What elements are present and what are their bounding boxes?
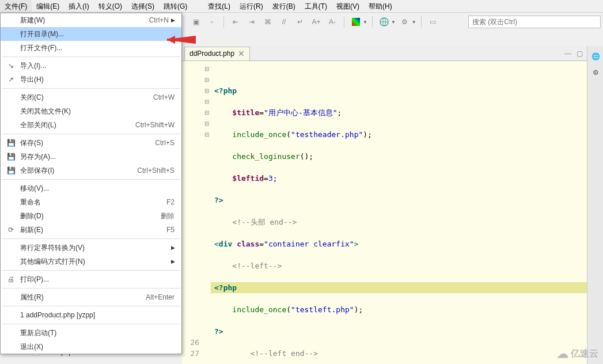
dropdown-caret-icon[interactable]: ▼ <box>391 20 396 25</box>
menu-print[interactable]: 🖨打印(P)... <box>1 272 181 286</box>
menu-close[interactable]: 关闭(C)Ctrl+W <box>1 90 181 104</box>
tool-color-icon[interactable] <box>349 15 363 29</box>
menu-run[interactable]: 运行(R) <box>235 0 268 12</box>
menu-close-others[interactable]: 关闭其他文件(K) <box>1 104 181 118</box>
search-box <box>468 16 601 28</box>
menu-open-dir[interactable]: 打开目录(M)... <box>1 27 181 41</box>
print-icon: 🖨 <box>5 275 17 284</box>
menu-open-file[interactable]: 打开文件(F)... <box>1 41 181 55</box>
close-icon[interactable]: ✕ <box>238 49 245 58</box>
maximize-icon[interactable]: ▢ <box>574 48 585 59</box>
menu-properties[interactable]: 属性(R)Alt+Enter <box>1 290 181 304</box>
tool-stop-icon[interactable]: ▫ <box>205 15 219 29</box>
svg-marker-1 <box>167 36 175 44</box>
menu-tools[interactable]: 工具(T) <box>300 0 332 12</box>
globe-icon[interactable]: 🌐 <box>587 48 603 65</box>
menu-publish[interactable]: 发行(B) <box>268 0 300 12</box>
saveas-icon: 💾 <box>5 152 17 161</box>
menu-edit[interactable]: 编辑(E) <box>32 0 64 12</box>
tool-font-inc-icon[interactable]: A+ <box>309 15 323 29</box>
menu-separator <box>2 56 180 57</box>
line-gutter: 2627 <box>182 61 203 364</box>
menu-separator <box>2 288 180 289</box>
tab-label: ddProduct.php <box>189 50 234 58</box>
menu-separator <box>2 88 180 89</box>
menu-find[interactable]: 查找(L) <box>203 0 235 12</box>
menu-save-as[interactable]: 💾另存为(A)... <box>1 150 181 164</box>
menu-separator <box>2 306 180 306</box>
import-icon: ↘ <box>5 61 17 70</box>
tool-comment-icon[interactable]: // <box>277 15 291 29</box>
tool-globe-icon[interactable] <box>377 15 391 29</box>
menu-export[interactable]: ↗导出(H) <box>1 73 181 86</box>
annotation-arrow-icon <box>167 34 196 46</box>
menu-refresh[interactable]: ⟳刷新(E)F5 <box>1 223 181 237</box>
menu-help[interactable]: 帮助(H) <box>364 0 397 12</box>
tool-gear-icon[interactable]: ⚙ <box>398 15 412 29</box>
editor-area: ddProduct.php ✕ — ▢ 2627 ⊟⊟⊟⊟⊟⊟⊟ <?php $… <box>182 46 587 364</box>
menu-file[interactable]: 文件(F) <box>0 0 32 12</box>
export-icon: ↗ <box>5 75 17 84</box>
menu-escape[interactable]: 转义(O) <box>94 0 127 12</box>
separator <box>372 16 373 28</box>
tool-terminal-icon[interactable]: ▣ <box>189 15 203 29</box>
saveall-icon: 💾 <box>5 166 17 175</box>
tool-indent-icon[interactable]: ⇥ <box>245 15 259 29</box>
tool-outdent-icon[interactable]: ⇤ <box>229 15 242 29</box>
menu-move[interactable]: 移动(V)... <box>1 181 181 195</box>
menu-encoding[interactable]: 其他编码方式打开(N)▶ <box>1 255 181 268</box>
menu-exit[interactable]: 退出(X) <box>1 340 181 354</box>
menu-goto[interactable]: 跳转(G) <box>159 0 192 12</box>
menu-separator <box>2 179 180 180</box>
menu-close-all[interactable]: 全部关闭(L)Ctrl+Shift+W <box>1 118 181 132</box>
separator <box>223 16 224 28</box>
separator <box>344 16 344 28</box>
menu-separator <box>2 270 180 271</box>
tool-preview-icon[interactable]: ▭ <box>426 15 440 29</box>
menu-line-delim[interactable]: 将行定界符转换为(V)▶ <box>1 241 181 255</box>
menu-separator <box>2 134 180 134</box>
dropdown-caret-icon[interactable]: ▼ <box>363 20 367 25</box>
tool-wrap-icon[interactable]: ↵ <box>293 15 307 29</box>
menu-import[interactable]: ↘导入(I)... <box>1 59 181 73</box>
menu-save-all[interactable]: 💾全部保存(I)Ctrl+Shift+S <box>1 164 181 177</box>
gear-icon[interactable]: ⚙ <box>587 65 603 81</box>
menu-view[interactable]: 视图(V) <box>332 0 364 12</box>
editor-tab[interactable]: ddProduct.php ✕ <box>184 47 250 60</box>
menu-save[interactable]: 💾保存(S)Ctrl+S <box>1 136 181 150</box>
menu-separator <box>2 324 180 324</box>
code-editor[interactable]: <?php $title="用户中心-基本信息"; include_once("… <box>211 61 587 364</box>
menu-rename[interactable]: 重命名F2 <box>1 195 181 209</box>
tool-font-dec-icon[interactable]: A- <box>325 15 339 29</box>
menu-recent-1[interactable]: 1 addProduct.php [yzpp] <box>1 308 181 322</box>
menu-insert[interactable]: 插入(I) <box>64 0 93 12</box>
refresh-icon: ⟳ <box>5 225 17 234</box>
menu-delete[interactable]: 删除(D)删除 <box>1 209 181 223</box>
tab-bar: ddProduct.php ✕ — ▢ <box>182 46 587 61</box>
fold-gutter[interactable]: ⊟⊟⊟⊟⊟⊟⊟ <box>203 61 211 364</box>
minimize-icon[interactable]: — <box>563 48 573 59</box>
menu-new[interactable]: 新建(W)Ctrl+N▶ <box>1 13 181 27</box>
dropdown-caret-icon[interactable]: ▼ <box>412 20 416 25</box>
search-input[interactable] <box>468 16 601 28</box>
menu-restart[interactable]: 重新启动(T) <box>1 326 181 340</box>
separator <box>421 16 422 28</box>
tool-format-icon[interactable]: ⌘ <box>261 15 275 29</box>
file-menu: 新建(W)Ctrl+N▶ 打开目录(M)... 打开文件(F)... ↘导入(I… <box>0 13 182 354</box>
menu-select[interactable]: 选择(S) <box>127 0 159 12</box>
save-icon: 💾 <box>5 138 17 147</box>
right-sidebar: 🌐 ⚙ <box>587 46 603 364</box>
menubar: 文件(F) 编辑(E) 插入(I) 转义(O) 选择(S) 跳转(G) 查找(L… <box>0 0 603 13</box>
menu-separator <box>2 238 180 239</box>
